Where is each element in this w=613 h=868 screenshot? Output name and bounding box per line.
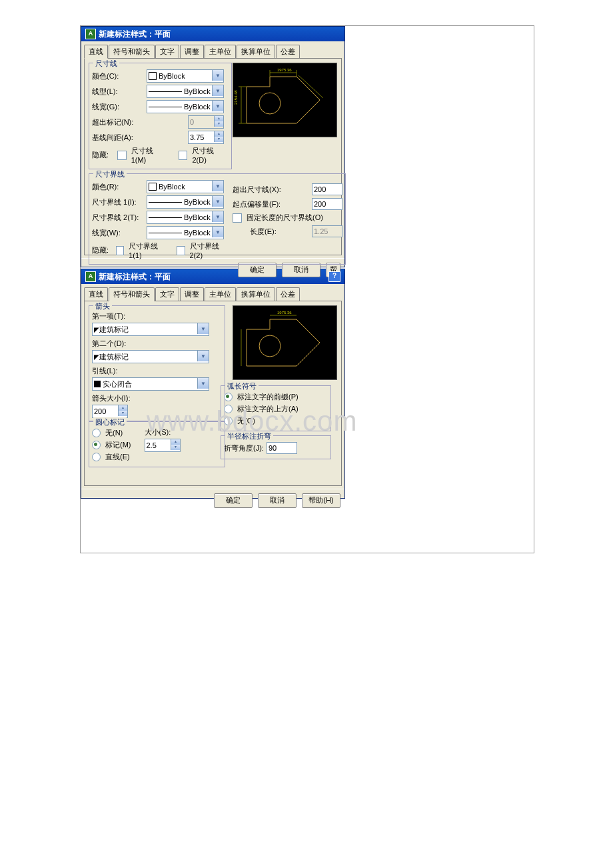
chevron-down-icon: ▼ (212, 211, 223, 222)
arc-none-label: 无(O) (237, 416, 255, 426)
center-line-radio[interactable] (92, 453, 101, 461)
group-title: 半径标注折弯 (225, 431, 273, 441)
lineweight-select[interactable]: ByBlock▼ (147, 100, 224, 113)
beyond-label: 超出尺寸线(X): (233, 185, 309, 195)
arrow-size-label: 箭头大小(I): (92, 393, 222, 403)
arc-prefix-label: 标注文字的前缀(P) (237, 392, 299, 402)
hide-ext2-checkbox[interactable] (177, 246, 185, 255)
fixed-len-checkbox[interactable] (233, 213, 242, 223)
extend-spinner: 0▴▾ (188, 115, 224, 129)
hide1-label: 尺寸线 1(M) (131, 146, 169, 164)
chevron-down-icon: ▼ (197, 351, 209, 361)
document-cell: A 新建标注样式：平面 直线 符号和箭头 文字 调整 主单位 换算单位 公差 1… (80, 25, 534, 553)
svg-text:2154.48: 2154.48 (234, 90, 238, 105)
group-radius-jog: 半径标注折弯 折弯角度(J): 90 (221, 435, 331, 459)
preview-panel: 1975.36 2154.48 (233, 63, 337, 137)
svg-text:1975.36: 1975.36 (277, 68, 292, 72)
second-arrow-select[interactable]: ◤建筑标记▼ (92, 350, 209, 363)
arrow-size-spinner[interactable]: 200▴▾ (92, 405, 128, 418)
arc-above-radio[interactable] (224, 405, 233, 413)
help-button[interactable]: 帮助(H) (302, 493, 340, 508)
ext-lw-select[interactable]: ByBlock▼ (147, 226, 224, 239)
cancel-button[interactable]: 取消 (282, 263, 320, 277)
chevron-down-icon: ▼ (212, 70, 223, 81)
dialog-title: 新建标注样式：平面 (99, 271, 171, 283)
dimension-style-dialog-lines: A 新建标注样式：平面 直线 符号和箭头 文字 调整 主单位 换算单位 公差 1… (81, 26, 345, 267)
svg-point-10 (259, 335, 281, 357)
first-arrow-select[interactable]: ◤建筑标记▼ (92, 323, 209, 336)
tab-lines[interactable]: 直线 (84, 45, 108, 59)
tab-fit[interactable]: 调整 (180, 287, 204, 301)
offset-label: 起点偏移量(F): (233, 199, 309, 209)
color-label: 颜色(C): (92, 71, 144, 81)
center-size-spinner[interactable]: 2.5▴▾ (145, 439, 181, 452)
ext-color-label: 颜色(R): (92, 182, 144, 192)
ext1-select[interactable]: ByBlock▼ (147, 195, 224, 209)
tab-content: 1975.36 2154.48 尺寸线 颜色(C): ByBlock▼ 线型(L… (84, 58, 342, 255)
tab-text[interactable]: 文字 (155, 45, 179, 59)
group-arrowheads: 箭头 第一项(T): ◤建筑标记▼ 第二个(D): ◤建筑标记▼ 引线(L): … (89, 305, 225, 421)
svg-point-0 (259, 93, 281, 114)
group-title: 弧长符号 (225, 381, 259, 391)
ok-button[interactable]: 确定 (238, 263, 277, 277)
app-icon: A (85, 29, 96, 39)
titlebar[interactable]: A 新建标注样式：平面 (81, 27, 344, 41)
svg-text:1975.36: 1975.36 (277, 311, 292, 315)
cancel-button[interactable]: 取消 (258, 493, 297, 508)
tab-fit[interactable]: 调整 (180, 45, 204, 59)
fixed-len-label: 固定长度的尺寸界线(O) (247, 213, 323, 223)
tab-primary[interactable]: 主单位 (205, 287, 236, 301)
group-title: 箭头 (93, 301, 112, 311)
tab-tol[interactable]: 公差 (276, 287, 300, 301)
tab-symbols[interactable]: 符号和箭头 (109, 45, 155, 59)
ext2-label: 尺寸界线 2(T): (92, 213, 144, 223)
chevron-down-icon: ▼ (212, 101, 223, 111)
hide-ext2-label: 尺寸界线 2(2) (190, 241, 229, 259)
chevron-down-icon: ▼ (212, 181, 223, 191)
chevron-down-icon: ▼ (212, 227, 223, 237)
hide-dimline2-checkbox[interactable] (179, 151, 187, 160)
linetype-select[interactable]: ByBlock▼ (147, 85, 224, 98)
center-mark-label: 标记(M) (105, 440, 131, 450)
beyond-input[interactable]: 200 (312, 183, 342, 195)
tab-text[interactable]: 文字 (155, 287, 179, 301)
tab-primary[interactable]: 主单位 (205, 45, 236, 59)
ok-button[interactable]: 确定 (214, 493, 253, 508)
offset-input[interactable]: 200 (312, 198, 342, 210)
chevron-down-icon: ▼ (197, 323, 209, 334)
ext-hide-label: 隐藏: (92, 245, 113, 255)
dimension-style-dialog-symbols: A 新建标注样式：平面 ? 直线 符号和箭头 文字 调整 主单位 换算单位 公差… (81, 269, 345, 499)
center-mark-radio[interactable] (92, 441, 101, 449)
svg-line-7 (299, 75, 323, 98)
color-select[interactable]: ByBlock▼ (147, 69, 224, 83)
center-none-label: 无(N) (105, 428, 123, 438)
ext2-select[interactable]: ByBlock▼ (147, 211, 224, 224)
tab-symbols[interactable]: 符号和箭头 (109, 287, 155, 301)
preview-panel: 1975.36 (233, 305, 337, 380)
ext1-label: 尺寸界线 1(I): (92, 197, 144, 207)
group-title: 尺寸线 (93, 59, 119, 69)
len-label: 长度(E): (233, 227, 309, 237)
baseline-spinner[interactable]: 3.75▴▾ (188, 131, 224, 144)
tabs: 直线 符号和箭头 文字 调整 主单位 换算单位 公差 (81, 284, 344, 301)
arc-prefix-radio[interactable] (224, 393, 233, 401)
tab-alt[interactable]: 换算单位 (237, 287, 275, 301)
leader-select[interactable]: 实心闭合▼ (92, 377, 209, 391)
center-none-radio[interactable] (92, 429, 101, 437)
hide-ext1-checkbox[interactable] (116, 246, 125, 255)
jog-angle-label: 折弯角度(J): (224, 443, 264, 453)
tab-tol[interactable]: 公差 (276, 45, 300, 59)
group-ext-line: 尺寸界线 颜色(R): ByBlock▼ 尺寸界线 1(I): ByBlock▼… (89, 173, 346, 265)
group-arc-symbol: 弧长符号 标注文字的前缀(P) 标注文字的上方(A) 无(O) (221, 385, 331, 431)
ext-color-select[interactable]: ByBlock▼ (147, 180, 224, 193)
chevron-down-icon: ▼ (212, 85, 223, 96)
tab-lines[interactable]: 直线 (84, 287, 108, 301)
help-icon[interactable]: ? (328, 271, 340, 282)
arc-above-label: 标注文字的上方(A) (237, 404, 299, 414)
group-dim-line: 尺寸线 颜色(C): ByBlock▼ 线型(L): ByBlock▼ 线宽(G… (89, 63, 232, 169)
tab-alt[interactable]: 换算单位 (237, 45, 275, 59)
hide-label: 隐藏: (92, 150, 115, 160)
linetype-label: 线型(L): (92, 87, 144, 97)
jog-angle-input[interactable]: 90 (267, 442, 297, 454)
hide-dimline1-checkbox[interactable] (117, 151, 126, 160)
